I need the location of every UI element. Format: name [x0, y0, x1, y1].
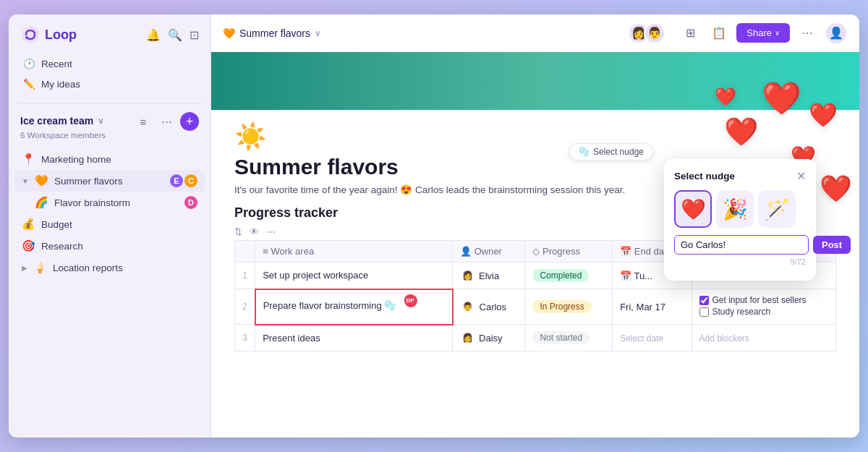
- sidebar-item-budget[interactable]: 💰 Budget: [14, 213, 205, 235]
- row-2-num: 2: [235, 289, 255, 325]
- share-label: Share: [746, 27, 772, 38]
- row-2-blocker-2: Study research: [699, 307, 829, 317]
- nudge-post-label: Post: [822, 239, 842, 250]
- sidebar-item-my-ideas[interactable]: ✏️ My ideas: [16, 74, 203, 94]
- search-icon[interactable]: 🔍: [168, 28, 182, 42]
- main-content: 🧡 Summer flavors ∨ 👩 👨 ⊞ 📋 Share ∨ ⋯ 👤: [211, 14, 859, 438]
- page-banner: [211, 52, 859, 110]
- avatar-2: C: [184, 174, 197, 187]
- row-2-date-label: Fri, Mar 17: [620, 302, 665, 312]
- share-chevron-icon: ∨: [775, 29, 780, 37]
- row-3-blockers[interactable]: Add blockers: [692, 325, 836, 351]
- row-1-num: 1: [235, 263, 255, 289]
- workspace-name: Ice cream team: [20, 115, 93, 127]
- row-1-progress[interactable]: Completed: [525, 263, 613, 289]
- nudge-char-count: 9/72: [674, 257, 806, 266]
- topbar-avatars: 👩 👨: [628, 22, 665, 44]
- row-3-owner-avatar: 👩: [460, 331, 475, 345]
- row-2-task-label: Prepare flavor brainstorming 🫧: [263, 300, 396, 311]
- nudge-option-heart[interactable]: ❤️: [674, 190, 712, 228]
- more-options-button[interactable]: ⋯: [796, 22, 819, 45]
- nudge-option-party[interactable]: 🎉: [716, 190, 754, 228]
- nudge-option-wand[interactable]: 🪄: [758, 190, 796, 228]
- row-2-owner-name: Carlos: [480, 302, 507, 312]
- nudge-options: ❤️ 🎉 🪄: [674, 190, 806, 228]
- row-2-blocker-1: Get input for best sellers: [699, 295, 829, 305]
- copy-button[interactable]: 📋: [707, 22, 731, 45]
- sidebar-item-flavor-brainstorm-label: Flavor brainstorm: [54, 197, 179, 208]
- budget-icon: 💰: [22, 218, 35, 231]
- row-2-owner: 👨 Carlos: [453, 289, 525, 325]
- avatar-1: E: [170, 174, 183, 187]
- col-num: [235, 241, 255, 263]
- nudge-input-row: Post: [674, 235, 806, 255]
- row-2-date[interactable]: Fri, Mar 17: [613, 289, 692, 325]
- nudge-post-button[interactable]: Post: [813, 236, 851, 254]
- row-2-blocker-1-checkbox[interactable]: [699, 296, 709, 305]
- share-button[interactable]: Share ∨: [736, 23, 790, 43]
- progress-col-label: Progress: [542, 246, 580, 257]
- sidebar-item-summer-flavors-label: Summer flavors: [54, 176, 164, 187]
- nudge-close-button[interactable]: ✕: [796, 169, 806, 183]
- marketing-home-icon: 📍: [22, 153, 35, 166]
- nudge-trigger[interactable]: 🫧 Select nudge: [569, 143, 653, 161]
- filter-icon[interactable]: 👁: [250, 226, 259, 237]
- row-3-progress[interactable]: Not started: [525, 325, 613, 351]
- row-3-num: 3: [235, 325, 255, 351]
- table-row: 2 Prepare flavor brainstorming 🫧 DP 👨 Ca…: [235, 289, 836, 325]
- svg-point-0: [22, 26, 39, 43]
- nudge-popup-header: Select nudge ✕: [674, 169, 806, 183]
- sidebar-item-marketing-home-label: Marketing home: [41, 154, 197, 165]
- workspace-more-button[interactable]: ⋯: [157, 112, 176, 131]
- sidebar-items-list: 📍 Marketing home ▼ 🧡 Summer flavors E C …: [9, 148, 210, 438]
- row-2-status-badge: In Progress: [532, 300, 591, 313]
- row-2-blocker-1-label: Get input for best sellers: [712, 295, 807, 305]
- row-1-date-label: 📅 Tu...: [620, 270, 652, 281]
- sidebar-item-flavor-brainstorm[interactable]: 🌈 Flavor brainstorm D: [14, 192, 205, 213]
- loop-logo-icon: [20, 25, 41, 45]
- sidebar-item-recent[interactable]: 🕐 Recent: [16, 54, 203, 74]
- workspace-header-row: Ice cream team ∨ ≡ ⋯ +: [20, 112, 199, 131]
- row-2-owner-avatar: 👨: [461, 299, 475, 314]
- workspace-section: Ice cream team ∨ ≡ ⋯ + 6 Workspace membe…: [9, 106, 210, 148]
- end-date-col-icon: 📅: [620, 246, 631, 257]
- notifications-icon[interactable]: 🔔: [146, 28, 161, 42]
- owner-col-label: Owner: [475, 246, 502, 257]
- workspace-chevron-icon[interactable]: ∨: [98, 116, 104, 126]
- sidebar-header-icons: 🔔 🔍 ⊡: [146, 28, 199, 42]
- topbar-right: ⊞ 📋 Share ∨ ⋯ 👤: [678, 22, 848, 45]
- row-1-owner-name: Elvia: [479, 270, 499, 281]
- table-row: 3 Present ideas 👩 Daisy Not started: [235, 325, 836, 351]
- location-reports-chevron-icon: ▶: [22, 264, 27, 272]
- topbar-page-icon: 🧡: [223, 27, 235, 39]
- row-3-task-label: Present ideas: [263, 333, 320, 344]
- more-toolbar-icon[interactable]: ⋯: [266, 226, 276, 237]
- row-3-date[interactable]: Select date: [613, 325, 692, 351]
- row-3-owner: 👩 Daisy: [453, 325, 525, 351]
- row-2-blocker-2-checkbox[interactable]: [699, 307, 709, 317]
- sidebar-item-research[interactable]: 🎯 Research: [14, 235, 205, 257]
- row-2-task[interactable]: Prepare flavor brainstorming 🫧 DP: [255, 289, 453, 325]
- row-3-task[interactable]: Present ideas: [255, 325, 453, 351]
- row-2-progress[interactable]: In Progress: [525, 289, 613, 325]
- row-2-blocker-2-label: Study research: [712, 307, 771, 317]
- workspace-add-button[interactable]: +: [180, 112, 199, 131]
- workspace-menu-button[interactable]: ≡: [134, 112, 153, 131]
- topbar-dropdown-icon[interactable]: ∨: [315, 28, 321, 38]
- research-icon: 🎯: [22, 239, 35, 252]
- sidebar-item-marketing-home[interactable]: 📍 Marketing home: [14, 148, 205, 170]
- col-owner: 👤 Owner: [453, 241, 525, 263]
- row-1-task[interactable]: Set up project workspace: [255, 263, 453, 289]
- sidebar-item-summer-flavors[interactable]: ▼ 🧡 Summer flavors E C: [14, 170, 205, 192]
- sidebar-item-location-reports[interactable]: ▶ 🍦 Location reports: [14, 257, 205, 278]
- row-3-date-label: Select date: [620, 333, 663, 344]
- apps-button[interactable]: ⊞: [678, 22, 702, 45]
- expand-icon[interactable]: ⊡: [190, 28, 199, 42]
- nudge-trigger-label: Select nudge: [593, 147, 644, 157]
- app-window: Loop 🔔 🔍 ⊡ 🕐 Recent ✏️ My ideas Ice cr: [9, 14, 859, 438]
- row-3-add-blockers-label: Add blockers: [699, 333, 749, 344]
- topbar-page-title: Summer flavors: [239, 27, 310, 39]
- sort-icon[interactable]: ⇅: [234, 226, 242, 237]
- nudge-message-input[interactable]: [674, 235, 809, 255]
- progress-col-icon: ◇: [532, 246, 540, 257]
